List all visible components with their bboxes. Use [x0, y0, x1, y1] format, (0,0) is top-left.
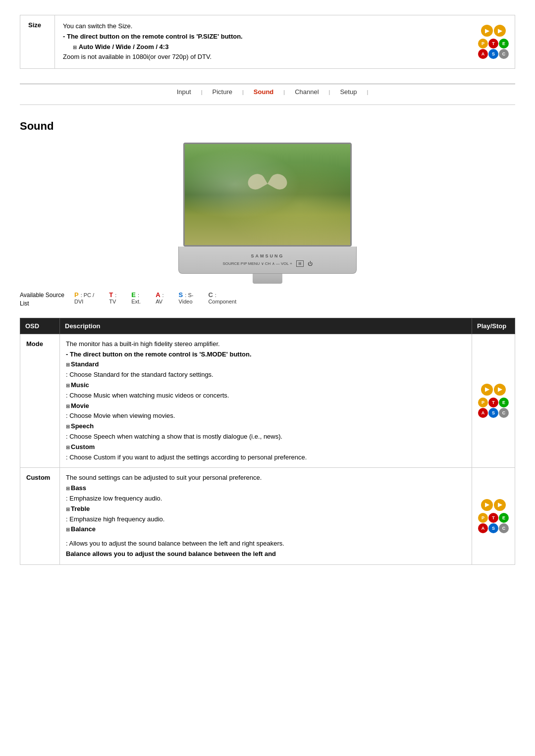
nav-item-input[interactable]: Input: [167, 84, 201, 100]
c-badge-t: T: [488, 513, 498, 523]
c-badge-s: S: [488, 523, 498, 533]
custom-treble: ⊞Treble: [66, 504, 466, 514]
m-badge-a: A: [478, 408, 488, 418]
available-source-label: Available Source List: [20, 291, 64, 308]
tv-image: SAMSUNG SOURCE PIP MENU ∨ CH ∧ — VOL + ⊞…: [176, 143, 359, 281]
mode-movie: ⊞Movie: [66, 401, 466, 411]
desc-custom: The sound settings can be adjusted to su…: [60, 468, 472, 564]
size-label: Size: [20, 15, 55, 68]
c-badge-a: A: [478, 523, 488, 533]
play-btn-mode-1: ▶: [481, 384, 493, 396]
badge-a: A: [478, 49, 488, 59]
main-table: OSD Description Play/Stop Mode The monit…: [20, 318, 515, 565]
source-t-line2: TV: [109, 299, 116, 304]
available-source-row: Available Source List P : PC / DVI T : T…: [20, 291, 515, 308]
m-badge-e: E: [499, 398, 509, 407]
pteasc-custom: P T E A S C: [478, 513, 509, 533]
play-btn-1: ▶: [481, 25, 493, 37]
page-title: Sound: [20, 120, 515, 133]
badge-s: S: [488, 49, 498, 59]
tv-controls: SOURCE PIP MENU ∨ CH ∧ — VOL + ⊞ ⏻: [222, 260, 312, 267]
badge-c-src: C: [208, 291, 213, 299]
mode-standard: ⊞Standard: [66, 359, 466, 370]
mode-music: ⊞Music: [66, 380, 466, 391]
source-e-line1: :: [138, 292, 139, 298]
nav-item-channel[interactable]: Channel: [285, 84, 328, 100]
badge-t: T: [488, 39, 498, 49]
custom-bass-desc: : Emphasize low frequency audio.: [66, 494, 466, 504]
source-a-line1: :: [162, 292, 164, 298]
play-btn-mode-2: ▶: [494, 384, 506, 396]
mode-music-desc: : Choose Music when watching music video…: [66, 391, 466, 401]
badge-e-src: E: [131, 291, 136, 299]
pteasc-mode: P T E A S C: [478, 398, 509, 418]
size-line3: ⊞ Auto Wide / Wide / Zoom / 4:3: [63, 42, 464, 52]
mode-standard-desc: : Choose Standard for the standard facto…: [66, 370, 466, 380]
m-badge-p: P: [478, 398, 488, 407]
table-row-mode: Mode The monitor has a built-in high fid…: [20, 334, 515, 468]
m-badge-s: S: [488, 408, 498, 418]
source-s-line1: : S-: [185, 292, 193, 298]
c-badge-c: C: [499, 523, 509, 533]
nav-item-sound[interactable]: Sound: [244, 84, 283, 100]
mode-movie-desc: : Choose Movie when viewing movies.: [66, 411, 466, 421]
tv-stand: [253, 274, 282, 284]
nav-container: Input | Picture | Sound | Channel | Setu…: [20, 79, 515, 104]
size-info-box: Size You can switch the Size. - The dire…: [20, 15, 515, 69]
m-badge-t: T: [488, 398, 498, 407]
nav-sep-5: |: [367, 89, 368, 95]
c-badge-e: E: [499, 513, 509, 523]
nav-item-picture[interactable]: Picture: [203, 84, 242, 100]
tv-body: SAMSUNG SOURCE PIP MENU ∨ CH ∧ — VOL + ⊞…: [178, 247, 357, 274]
source-e-line2: Ext.: [131, 299, 141, 304]
pteasc-badge-top: P T E A S C: [478, 39, 509, 59]
source-item-p: P : PC / DVI: [74, 291, 94, 304]
nav-item-setup[interactable]: Setup: [330, 84, 367, 100]
play-icons-custom: ▶ ▶: [478, 499, 509, 511]
source-c-line1: :: [215, 292, 216, 298]
size-content: You can switch the Size. - The direct bu…: [55, 15, 472, 68]
desc-mode: The monitor has a built-in high fidelity…: [60, 334, 472, 468]
divider: [20, 104, 515, 105]
source-item-c: C : Component: [208, 291, 236, 304]
th-description: Description: [60, 318, 472, 334]
tv-image-container: SAMSUNG SOURCE PIP MENU ∨ CH ∧ — VOL + ⊞…: [20, 143, 515, 281]
badge-e: E: [499, 39, 509, 49]
mode-speech: ⊞Speech: [66, 421, 466, 432]
play-btn-custom-1: ▶: [481, 499, 493, 511]
playstop-custom: ▶ ▶ P T E A S C: [472, 468, 515, 564]
th-osd: OSD: [20, 318, 60, 334]
play-icons-mode: ▶ ▶: [478, 384, 509, 396]
tv-screen: [183, 143, 352, 247]
custom-balance-blank: [66, 535, 466, 539]
mode-speech-desc: : Choose Speech when watching a show tha…: [66, 432, 466, 442]
custom-extra2: Balance allows you to adjust the sound b…: [66, 549, 466, 559]
badge-p-src: P: [74, 291, 79, 299]
custom-balance: ⊞Balance: [66, 524, 466, 535]
source-p-line1: : PC /: [81, 292, 95, 298]
mode-line1: The monitor has a built-in high fidelity…: [66, 339, 466, 350]
butterfly-graphic: [248, 174, 287, 199]
osd-mode: Mode: [20, 334, 60, 468]
custom-line1: The sound settings can be adjusted to su…: [66, 473, 466, 483]
play-btn-2: ▶: [494, 25, 506, 37]
playstop-mode: ▶ ▶ P T E A S C: [472, 334, 515, 468]
source-item-a: A : AV: [156, 291, 163, 304]
nav-bar: Input | Picture | Sound | Channel | Setu…: [20, 84, 515, 100]
source-item-e: E : Ext.: [131, 291, 141, 304]
mode-custom-desc: : Choose Custom if you want to adjust th…: [66, 453, 466, 463]
size-line4: Zoom is not available in 1080i(or over 7…: [63, 52, 464, 62]
c-badge-p: P: [478, 513, 488, 523]
badge-s-src: S: [179, 291, 183, 299]
size-line2: - The direct button on the remote contro…: [63, 32, 464, 42]
source-icons-row: P : PC / DVI T : TV E : Ext. A : AV: [74, 291, 236, 304]
custom-treble-desc: : Emphasize high frequency audio.: [66, 514, 466, 525]
play-icons-top: ▶ ▶: [478, 25, 509, 37]
osd-custom: Custom: [20, 468, 60, 564]
custom-extra1: : Allows you to adjust the sound balance…: [66, 539, 466, 549]
source-t-line1: :: [115, 292, 116, 298]
mode-custom: ⊞Custom: [66, 442, 466, 453]
source-item-s: S : S- Video: [179, 291, 194, 304]
badge-c: C: [499, 49, 509, 59]
badge-a-src: A: [156, 291, 160, 299]
